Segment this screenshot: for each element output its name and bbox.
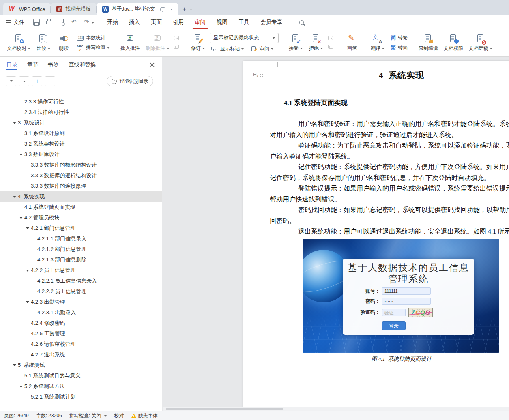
- expand-arrow-icon[interactable]: [18, 215, 24, 221]
- toc-item[interactable]: 3.3.3 数据库的逻辑结构设计: [0, 170, 162, 181]
- horizontal-scrollbar[interactable]: [163, 407, 509, 411]
- show-markup-button[interactable]: 显示标记: [210, 45, 245, 53]
- password-input[interactable]: [382, 298, 431, 305]
- next-change-icon[interactable]: [328, 44, 335, 50]
- toc-item[interactable]: 2.3.3 操作可行性: [0, 96, 162, 107]
- toc-item[interactable]: 4.2.3 出勤管理: [0, 297, 162, 307]
- simplified-to-traditional-button[interactable]: 简 转繁: [389, 34, 409, 42]
- expand-arrow-icon[interactable]: [24, 226, 31, 231]
- insert-comment-button[interactable]: 插入批注: [118, 31, 143, 55]
- toc-item[interactable]: 3.2 系统架构设计: [0, 139, 162, 149]
- toc-item[interactable]: 5.2 系统测试方法: [0, 381, 162, 392]
- review-pane-button[interactable]: 审阅: [249, 45, 275, 53]
- toc-item[interactable]: 4.2.5 工资管理: [0, 328, 162, 339]
- toc-item[interactable]: 4.2.1.2 部门信息管理: [0, 244, 162, 255]
- word-count-indicator[interactable]: 字数: 23206: [36, 412, 62, 419]
- expand-arrow-icon[interactable]: [11, 194, 18, 199]
- sidebar-tab-目录[interactable]: 目录: [6, 57, 17, 73]
- redo-group[interactable]: [84, 19, 94, 26]
- collapse-all-button[interactable]: [19, 76, 29, 86]
- sidebar-tab-章节[interactable]: 章节: [27, 57, 38, 73]
- account-input[interactable]: [382, 287, 431, 295]
- missing-font-warning[interactable]: 缺失字体: [131, 412, 157, 419]
- file-menu-button[interactable]: 文件: [6, 19, 24, 26]
- toc-item[interactable]: 5.2.1 系统测试计划: [0, 392, 162, 402]
- tab-docer-templates[interactable]: 找稻壳模板: [51, 3, 97, 15]
- zoom-in-outline-button[interactable]: +: [32, 76, 42, 86]
- redo-icon[interactable]: [84, 19, 90, 26]
- proofread-indicator[interactable]: 校对: [114, 412, 124, 419]
- markup-state-dropdown[interactable]: 显示标记的最终状态: [210, 33, 279, 43]
- accept-change-button[interactable]: 接受: [286, 31, 306, 55]
- delete-comment-button[interactable]: 删除批注: [143, 31, 172, 55]
- toc-item[interactable]: 4.2 管理员模块: [0, 212, 162, 223]
- menu-tab-工具[interactable]: 工具: [238, 15, 249, 29]
- restrict-editing-button[interactable]: 限制编辑: [416, 31, 441, 55]
- search-icon[interactable]: [299, 20, 304, 25]
- close-icon[interactable]: [150, 62, 155, 68]
- translate-button[interactable]: 翻译: [367, 31, 388, 55]
- undo-icon[interactable]: [71, 19, 77, 26]
- toc-item[interactable]: 3.3 数据库设计: [0, 149, 162, 160]
- doc-finalize-button[interactable]: 文档定稿: [466, 31, 495, 55]
- toc-item[interactable]: 4.2.3.1 出勤录入: [0, 307, 162, 318]
- reject-change-button[interactable]: 拒绝: [306, 31, 326, 55]
- menu-tab-插入[interactable]: 插入: [129, 15, 140, 29]
- compare-button[interactable]: 比较: [33, 31, 54, 55]
- document-page[interactable]: H₁ 4 系统实现 4.1 系统登陆页面实现 用户名和密码验证：用户需要输入正确…: [243, 61, 509, 411]
- smart-toc-button[interactable]: 智能识别目录: [107, 76, 153, 86]
- chevron-down-icon[interactable]: [190, 9, 192, 11]
- login-button[interactable]: 登录: [382, 321, 406, 330]
- toc-item[interactable]: 4.2.2.1 员工信息信息录入: [0, 276, 162, 286]
- track-changes-button[interactable]: 修订: [188, 31, 208, 55]
- zoom-out-outline-button[interactable]: −: [45, 76, 55, 86]
- new-tab-button[interactable]: +: [182, 6, 192, 13]
- doc-permission-button[interactable]: 文档权限: [441, 31, 466, 55]
- previous-change-icon[interactable]: [328, 35, 335, 42]
- toc-item[interactable]: 4.2.2.2 员工信息管理: [0, 286, 162, 297]
- toc-item[interactable]: 4.2.1 部门信息管理: [0, 223, 162, 234]
- toc-item[interactable]: 3 系统设计: [0, 118, 162, 128]
- chevron-down-icon[interactable]: [92, 22, 94, 25]
- expand-arrow-icon[interactable]: [11, 363, 18, 368]
- page-indicator[interactable]: 页面: 26/49: [4, 412, 29, 419]
- menu-tab-会员专享[interactable]: 会员专享: [260, 15, 282, 29]
- toc-item[interactable]: 4.2.1.1 部门信息录入: [0, 234, 162, 244]
- expand-arrow-icon[interactable]: [11, 120, 18, 126]
- toc-item[interactable]: 4.2.4 修改密码: [0, 318, 162, 328]
- print-icon[interactable]: [46, 19, 52, 26]
- captcha-input[interactable]: [382, 309, 406, 316]
- word-count-button[interactable]: 字数统计: [75, 34, 111, 42]
- toc-item[interactable]: 3.1 系统设计原则: [0, 128, 162, 139]
- toc-item[interactable]: 4 系统实现: [0, 191, 162, 202]
- scrollbar-thumb[interactable]: [166, 408, 283, 410]
- expand-arrow-icon[interactable]: [24, 300, 31, 305]
- expand-arrow-icon[interactable]: [18, 384, 24, 389]
- tab-document[interactable]: 基于Jav... 毕业论文: [97, 3, 178, 15]
- next-comment-icon[interactable]: [174, 44, 181, 50]
- sidebar-tab-书签[interactable]: 书签: [48, 57, 59, 73]
- toc-item[interactable]: 3.3.3 数据库的连接原理: [0, 181, 162, 191]
- toc-item[interactable]: 4.2.1.3 部门信息删除: [0, 255, 162, 265]
- toc-item[interactable]: 4.2.6 请假审核管理: [0, 339, 162, 349]
- captcha-image[interactable]: ZCQB: [408, 308, 433, 317]
- save-icon[interactable]: [33, 19, 40, 26]
- toc-item[interactable]: 5.1 系统测试目的与意义: [0, 371, 162, 381]
- sidebar-tab-查找和替换[interactable]: 查找和替换: [69, 57, 96, 73]
- toc-item[interactable]: 4.1 系统登陆页面实现: [0, 202, 162, 212]
- toc-item[interactable]: 4.2.7 退出系统: [0, 349, 162, 360]
- spell-check-button[interactable]: 拼写检查: [75, 44, 111, 51]
- expand-arrow-icon[interactable]: [18, 152, 24, 157]
- read-aloud-button[interactable]: 朗读: [54, 31, 74, 55]
- menu-tab-引用[interactable]: 引用: [173, 15, 184, 29]
- tab-wps-home[interactable]: WPS Office: [3, 3, 51, 15]
- toc-item[interactable]: 2.3.4 法律的可行性: [0, 107, 162, 118]
- menu-tab-视图[interactable]: 视图: [217, 15, 228, 29]
- plus-icon[interactable]: +: [182, 6, 186, 13]
- expand-arrow-icon[interactable]: [24, 268, 31, 273]
- traditional-to-simplified-button[interactable]: 繁 转简: [389, 44, 409, 52]
- doc-proofread-button[interactable]: 文档校对: [4, 31, 33, 55]
- menu-tab-审阅[interactable]: 审阅: [195, 15, 206, 29]
- comment-bubble-icon[interactable]: [160, 7, 165, 11]
- previous-comment-icon[interactable]: [174, 35, 181, 42]
